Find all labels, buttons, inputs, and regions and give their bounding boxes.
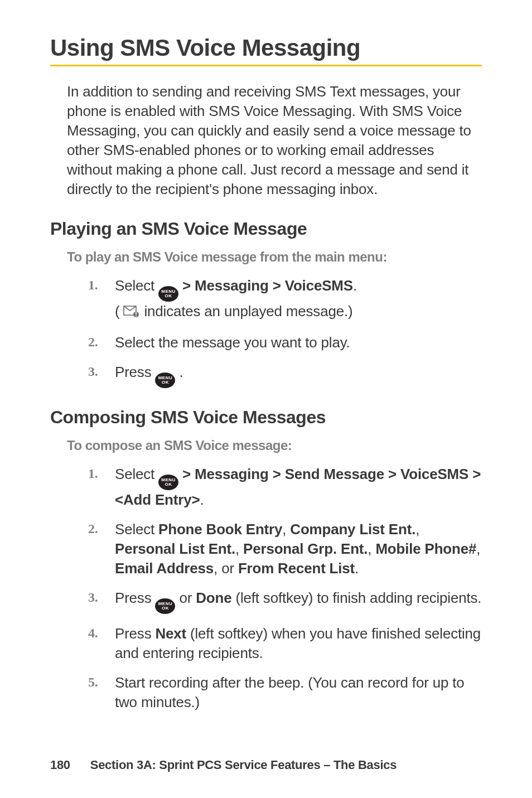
opt-personalgrp: Personal Grp. Ent. [243, 540, 367, 557]
menu-ok-icon: MENUOK [155, 373, 175, 388]
opt-companylist: Company List Ent. [290, 521, 415, 538]
step-number: 1. [88, 465, 98, 482]
step-bold: > Messaging > VoiceSMS [178, 277, 353, 294]
steps-playing: 1. Select MENUOK > Messaging > VoiceSMS.… [88, 276, 482, 388]
section-heading-playing: Playing an SMS Voice Message [50, 219, 482, 239]
menu-ok-icon: MENUOK [158, 286, 178, 302]
opt-phonebook: Phone Book Entry [158, 521, 282, 538]
opt-email: Email Address [115, 560, 214, 577]
step-text: Select [115, 277, 158, 294]
step-2: 2. Select the message you want to play. [88, 333, 482, 352]
menu-ok-icon: MENUOK [155, 598, 175, 614]
step-text: or [175, 589, 196, 606]
step-1: 1. Select MENUOK > Messaging > VoiceSMS.… [88, 276, 482, 323]
softkey-next: Next [155, 625, 186, 642]
section-heading-composing: Composing SMS Voice Messages [50, 407, 482, 428]
step-text: Press [115, 589, 155, 606]
step-1: 1. Select MENUOK > Messaging > Send Mess… [88, 465, 482, 510]
page-title: Using SMS Voice Messaging [50, 35, 482, 66]
svg-rect-2 [136, 312, 137, 315]
step-text: . [175, 364, 183, 380]
step-number: 5. [88, 673, 98, 691]
step-number: 1. [88, 276, 98, 294]
step-text: Press [115, 625, 155, 642]
lead-composing: To compose an SMS Voice message: [67, 438, 482, 453]
opt-personallist: Personal List Ent. [115, 540, 235, 557]
page-footer: 180Section 3A: Sprint PCS Service Featur… [50, 758, 396, 772]
steps-composing: 1. Select MENUOK > Messaging > Send Mess… [88, 465, 482, 713]
step-number: 4. [88, 624, 98, 642]
menu-ok-icon: MENUOK [158, 475, 178, 490]
footer-label: Section 3A: Sprint PCS Service Features … [90, 758, 396, 772]
opt-recentlist: From Recent List [238, 560, 355, 577]
step-5: 5. Start recording after the beep. (You … [88, 673, 482, 712]
opt-mobilephone: Mobile Phone# [375, 540, 476, 557]
step-text: Select [115, 466, 158, 482]
svg-rect-3 [136, 315, 137, 316]
envelope-unplayed-icon [123, 303, 140, 323]
step-2: 2. Select Phone Book Entry, Company List… [88, 520, 482, 578]
page-number: 180 [50, 758, 70, 772]
step-number: 3. [88, 588, 98, 606]
step-number: 3. [88, 362, 98, 380]
step-text: . [353, 277, 357, 294]
step-text: (left softkey) to finish adding recipien… [231, 589, 481, 606]
lead-playing: To play an SMS Voice message from the ma… [67, 249, 482, 265]
step-text: Select [115, 521, 158, 538]
step-text: ( [115, 303, 123, 320]
step-text: . [200, 491, 204, 508]
softkey-done: Done [196, 589, 231, 606]
step-number: 2. [88, 333, 98, 351]
step-text: Press [115, 364, 155, 380]
step-text: Select the message you want to play. [115, 334, 350, 351]
step-text: Start recording after the beep. (You can… [115, 674, 464, 710]
step-3: 3. Press MENUOK . [88, 362, 482, 388]
step-text: indicates an unplayed message.) [140, 303, 352, 320]
intro-paragraph: In addition to sending and receiving SMS… [67, 82, 482, 200]
step-3: 3. Press MENUOK or Done (left softkey) t… [88, 588, 482, 614]
step-number: 2. [88, 520, 98, 538]
step-4: 4. Press Next (left softkey) when you ha… [88, 624, 482, 663]
